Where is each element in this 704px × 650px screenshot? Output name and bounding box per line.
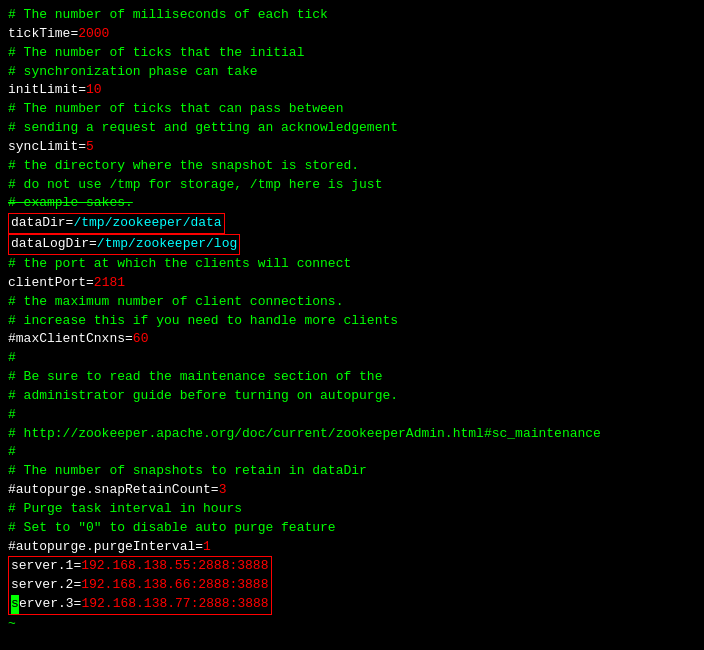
terminal-line: # increase this if you need to handle mo…: [8, 312, 696, 331]
terminal-line: #: [8, 349, 696, 368]
terminal-line: # sending a request and getting an ackno…: [8, 119, 696, 138]
terminal-line: # The number of milliseconds of each tic…: [8, 6, 696, 25]
terminal-line: # The number of ticks that the initial: [8, 44, 696, 63]
terminal-line: # example sakes.: [8, 194, 696, 213]
terminal-line: server.2=192.168.138.66:2888:3888: [11, 576, 269, 595]
terminal-line: tickTime=2000: [8, 25, 696, 44]
terminal-line: syncLimit=5: [8, 138, 696, 157]
terminal-line: # do not use /tmp for storage, /tmp here…: [8, 176, 696, 195]
terminal-line: # the port at which the clients will con…: [8, 255, 696, 274]
terminal-line: # synchronization phase can take: [8, 63, 696, 82]
terminal-line: # The number of snapshots to retain in d…: [8, 462, 696, 481]
terminal-line-highlighted: dataDir=/tmp/zookeeper/data: [8, 213, 696, 234]
terminal-line: # Be sure to read the maintenance sectio…: [8, 368, 696, 387]
terminal-line: server.1=192.168.138.55:2888:3888: [11, 557, 269, 576]
terminal-line: #: [8, 406, 696, 425]
terminal-line: #autopurge.purgeInterval=1: [8, 538, 696, 557]
terminal-line: # administrator guide before turning on …: [8, 387, 696, 406]
terminal-line: #: [8, 443, 696, 462]
terminal-line: # the maximum number of client connectio…: [8, 293, 696, 312]
terminal-line: #autopurge.snapRetainCount=3: [8, 481, 696, 500]
terminal-line: initLimit=10: [8, 81, 696, 100]
terminal-output: # The number of milliseconds of each tic…: [8, 6, 696, 634]
terminal-line-highlighted: dataLogDir=/tmp/zookeeper/log: [8, 234, 696, 255]
terminal-line: #maxClientCnxns=60: [8, 330, 696, 349]
terminal-line: # the directory where the snapshot is st…: [8, 157, 696, 176]
terminal-line: # The number of ticks that can pass betw…: [8, 100, 696, 119]
terminal-prompt: ~: [8, 615, 696, 634]
terminal-line: clientPort=2181: [8, 274, 696, 293]
terminal-line: # Set to "0" to disable auto purge featu…: [8, 519, 696, 538]
terminal-line: # Purge task interval in hours: [8, 500, 696, 519]
terminal-line: server.3=192.168.138.77:2888:3888: [11, 595, 269, 614]
terminal-line: # http://zookeeper.apache.org/doc/curren…: [8, 425, 696, 444]
server-lines-highlighted: server.1=192.168.138.55:2888:3888server.…: [8, 556, 272, 615]
